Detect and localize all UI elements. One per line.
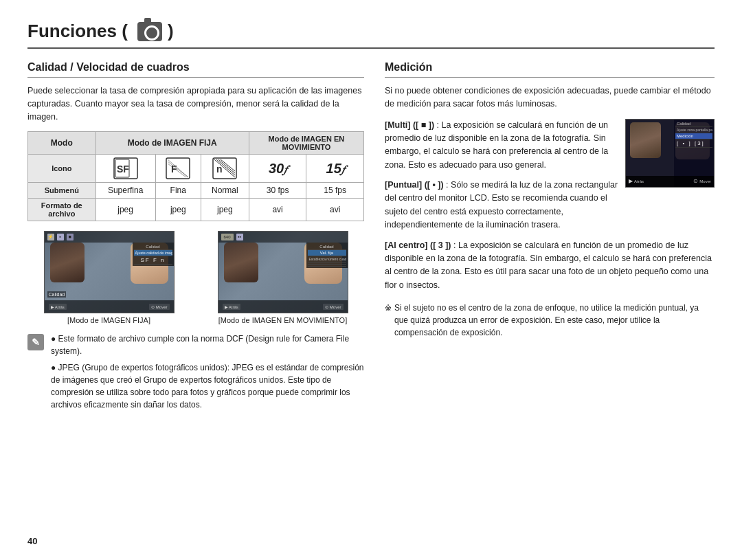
warning-note: Si el sujeto no es el centro de la zona …: [385, 302, 715, 339]
notes-section: ✎ ● Este formato de archivo cumple con l…: [27, 333, 364, 415]
lcd-move-mov: ⊙ Mover: [323, 304, 343, 310]
icon-fina: F: [155, 155, 201, 183]
submenu-15fps: 15 fps: [306, 183, 364, 199]
medicion-label-puntual: [Puntual] ([ • ]): [385, 180, 444, 190]
lcd-mov-icon-2: ▪▪: [236, 234, 243, 240]
med-back-btn: ▶ Atrás: [629, 178, 644, 184]
med-row-ajuste: Ajuste zona pantalla para medir brillo: [675, 127, 712, 133]
note-1: ● Este formato de archivo cumple con la …: [51, 333, 364, 357]
label-icono: Icono: [28, 155, 96, 183]
lcd-side-menu-mov: Calidad Vel. fija Establezca número cuad…: [306, 243, 348, 268]
icon-30fps: 30𝑓: [249, 155, 306, 183]
screenshot-img-movimiento: 640 ▪▪ Calidad Vel. fija Establezca núme…: [218, 231, 348, 313]
medicion-label-centro: [Al centro] ([ 3 ]): [385, 240, 451, 250]
lcd-top-bar-mov: 640 ▪▪: [218, 232, 348, 243]
bullet-1: ●: [51, 334, 58, 344]
med-back-icon: ▶: [629, 178, 633, 184]
left-intro: Puede seleccionar la tasa de compresión …: [27, 85, 364, 123]
lcd-mov-establecer: Establezca número cuadros por seg. para …: [308, 256, 346, 262]
lcd-bottom-mov: ▶ Atrás ⊙ Mover: [218, 300, 348, 313]
notes-text: ● Este formato de archivo cumple con la …: [51, 333, 364, 415]
right-section-heading: Medición: [385, 61, 715, 78]
lcd-move-fija: ⊙ Mover: [149, 304, 169, 310]
th-imagen-mov: Modo de IMAGEN ENMOVIMIENTO: [249, 132, 363, 155]
screenshots-row: ⚡ ▪ ■ Calidad Ajuste calidad de imagen S…: [27, 231, 364, 324]
lcd-back-fija: ▶ Atrás: [49, 304, 67, 310]
formato-15fps: avi: [306, 199, 364, 221]
icon-superfina: SF: [95, 155, 155, 183]
icon-15fps: 15𝑓: [306, 155, 364, 183]
medicion-item-puntual: [Puntual] ([ • ]) : Sólo se medirá la lu…: [385, 179, 618, 232]
title-suffix: ): [168, 21, 174, 42]
lcd-top-bar-fija: ⚡ ▪ ■: [45, 232, 174, 243]
caption-fija: [Modo de IMAGEN FIJA]: [27, 316, 190, 324]
lcd-menu-ajuste: Ajuste calidad de imagen: [134, 250, 172, 256]
th-imagen-fija: Modo de IMAGEN FIJA: [95, 132, 249, 155]
title-text: Funciones (: [27, 21, 128, 42]
med-row-calidad: Calidad: [675, 121, 712, 127]
label-formato: Formato dearchivo: [28, 199, 96, 221]
medicion-bottom-bar: ▶ Atrás ⊙ Mover: [626, 176, 714, 187]
camera-icon: [137, 22, 162, 41]
lcd-icon-3: ■: [67, 234, 74, 240]
lcd-menu-calidad: Calidad: [134, 244, 172, 250]
main-layout: Calidad / Velocidad de cuadros Puede sel…: [27, 61, 715, 415]
submenu-fina: Fina: [155, 183, 201, 199]
medicion-label-multi: [Multi] ([ ■ ]): [385, 120, 434, 130]
submenu-superfina: Superfina: [95, 183, 155, 199]
medicion-item-multi: [Multi] ([ ■ ]) : La exposición se calcu…: [385, 119, 618, 172]
lcd-menu-icons: SF F n: [134, 256, 172, 265]
screenshot-img-fija: ⚡ ▪ ■ Calidad Ajuste calidad de imagen S…: [44, 231, 175, 313]
note-2: ● JPEG (Grupo de expertos fotográficos u…: [51, 361, 364, 411]
medicion-item-puntual-main: [Puntual] ([ • ]) : Sólo se medirá la lu…: [385, 179, 618, 232]
svg-text:n: n: [216, 164, 223, 175]
bullet-2: ●: [51, 363, 58, 372]
lcd-calidad: Calidad: [47, 291, 67, 298]
lcd-mov-icon-640: 640: [221, 234, 234, 240]
right-column: Medición Si no puede obtener condiciones…: [385, 61, 715, 415]
medicion-person-dark: [630, 122, 661, 158]
lcd-bottom-fija: ▶ Atrás ⊙ Mover: [45, 300, 174, 313]
left-column: Calidad / Velocidad de cuadros Puede sel…: [27, 61, 364, 415]
note-icon: ✎: [27, 334, 44, 350]
svg-text:F: F: [171, 164, 177, 175]
lcd-icon-2: ▪: [57, 234, 64, 240]
formato-superfina: jpeg: [95, 199, 155, 221]
page-number: 40: [27, 536, 37, 546]
th-modo: Modo: [28, 132, 96, 155]
formato-fina: jpeg: [155, 199, 201, 221]
screenshot-fija: ⚡ ▪ ■ Calidad Ajuste calidad de imagen S…: [27, 231, 190, 324]
medicion-intro: Si no puede obtener condiciones de expos…: [385, 85, 715, 111]
med-row-medicion: Medición: [675, 133, 712, 139]
medicion-item-centro-main: [Al centro] ([ 3 ]) : La exposición se c…: [385, 239, 715, 293]
med-move-label: Mover: [699, 179, 711, 183]
lcd-back-mov: ▶ Atrás: [223, 304, 240, 310]
note-2-text: JPEG (Grupo de expertos fotográficos uni…: [51, 363, 363, 410]
svg-text:SF: SF: [117, 164, 129, 175]
medicion-item-multi-main: [Multi] ([ ■ ]) : La exposición se calcu…: [385, 119, 618, 172]
lcd-mov-spacer2: [308, 265, 346, 267]
medicion-item-centro: [Al centro] ([ 3 ]) : La exposición se c…: [385, 239, 715, 293]
lcd-side-menu-fija: Calidad Ajuste calidad de imagen SF F n: [133, 243, 174, 266]
icon-normal: n: [201, 155, 249, 183]
lcd-mov-calidad: Calidad: [308, 244, 346, 250]
submenu-normal: Normal: [201, 183, 249, 199]
medicion-lcd: Calidad Ajuste zona pantalla para medir …: [625, 119, 715, 188]
page-title: Funciones ( ): [27, 21, 715, 49]
lcd-mov-vel: Vel. fija: [308, 250, 346, 256]
formato-normal: jpeg: [201, 199, 249, 221]
submenu-30fps: 30 fps: [249, 183, 306, 199]
formato-30fps: avi: [249, 199, 306, 221]
quality-table: Modo Modo de IMAGEN FIJA Modo de IMAGEN …: [27, 131, 364, 221]
left-section-heading: Calidad / Velocidad de cuadros: [27, 61, 364, 78]
medicion-image-wrap: Calidad Ajuste zona pantalla para medir …: [625, 119, 715, 188]
screenshot-movimiento: 640 ▪▪ Calidad Vel. fija Establezca núme…: [201, 231, 364, 324]
lcd-person-dark: [50, 243, 85, 282]
med-back-label: Atrás: [634, 179, 644, 183]
lcd-icon-1: ⚡: [47, 234, 54, 240]
lcd-mov-person-dark: [224, 243, 258, 282]
med-move-icon: ⊙: [693, 178, 698, 184]
label-submenu: Submenú: [28, 183, 96, 199]
note-1-text: Este formato de archivo cumple con la no…: [51, 334, 349, 356]
caption-movimiento: [Modo de IMAGEN EN MOVIMIENTO]: [201, 316, 364, 324]
